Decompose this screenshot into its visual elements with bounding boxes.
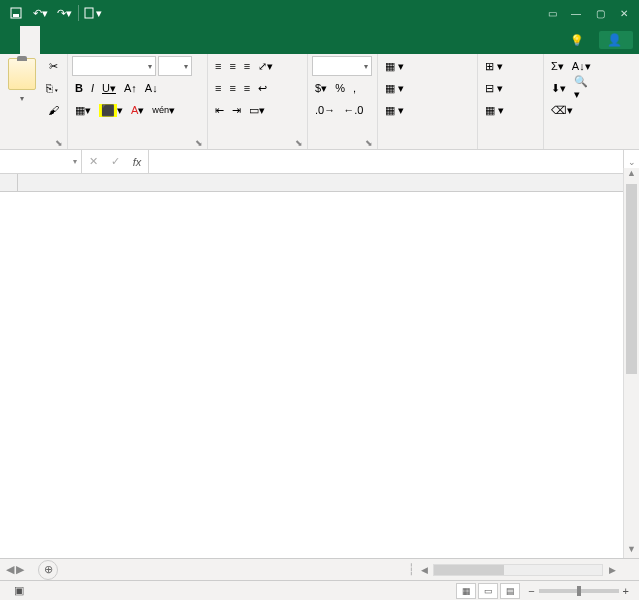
fill-button[interactable]: ⬇▾ — [548, 78, 569, 98]
scroll-right-button[interactable]: ▶ — [605, 565, 619, 575]
decrease-indent-button[interactable]: ⇤ — [212, 100, 227, 120]
increase-indent-button[interactable]: ⇥ — [229, 100, 244, 120]
tab-formulas[interactable] — [80, 26, 100, 54]
tab-view[interactable] — [140, 26, 160, 54]
scroll-left-button[interactable]: ◀ — [417, 565, 431, 575]
tab-review[interactable] — [120, 26, 140, 54]
border-button[interactable]: ▦▾ — [72, 100, 94, 120]
name-box[interactable]: ▾ — [0, 150, 82, 173]
tab-home[interactable] — [20, 26, 40, 54]
formula-bar-area: ▾ ✕ ✓ fx ⌄ — [0, 150, 639, 174]
close-button[interactable]: ✕ — [613, 4, 635, 22]
minimize-button[interactable]: — — [565, 4, 587, 22]
paste-button[interactable]: ▾ — [4, 56, 40, 105]
orientation-button[interactable]: ⤢▾ — [255, 56, 276, 76]
font-size-select[interactable]: ▾ — [158, 56, 192, 76]
macro-record-button[interactable]: ▣ — [14, 584, 24, 597]
number-launcher[interactable]: ⬊ — [365, 138, 373, 148]
cut-button[interactable]: ✂ — [43, 56, 63, 76]
page-layout-button[interactable]: ▭ — [478, 583, 498, 599]
sheet-next-button[interactable]: ▶ — [16, 563, 24, 576]
accounting-button[interactable]: $▾ — [312, 78, 330, 98]
format-painter-button[interactable]: 🖌 — [43, 100, 63, 120]
align-bottom-button[interactable]: ≡ — [241, 56, 253, 76]
page-break-button[interactable]: ▤ — [500, 583, 520, 599]
svg-rect-2 — [85, 8, 93, 18]
increase-font-button[interactable]: A↑ — [121, 78, 140, 98]
vertical-scrollbar[interactable]: ▲ ▼ — [623, 168, 639, 558]
normal-view-button[interactable]: ▦ — [456, 583, 476, 599]
align-right-button[interactable]: ≡ — [241, 78, 253, 98]
scroll-up-button[interactable]: ▲ — [624, 168, 639, 182]
font-launcher[interactable]: ⬊ — [195, 138, 203, 148]
touch-mode-button[interactable]: ▾ — [83, 3, 103, 23]
wrap-text-button[interactable]: ↩ — [255, 78, 270, 98]
select-all-corner[interactable] — [0, 174, 18, 191]
share-button[interactable]: 👤 — [599, 31, 633, 49]
find-button[interactable]: 🔍▾ — [571, 78, 591, 98]
underline-button[interactable]: U▾ — [99, 78, 119, 98]
group-cells: ⊞▾ ⊟▾ ▦▾ — [478, 54, 544, 149]
align-launcher[interactable]: ⬊ — [295, 138, 303, 148]
sort-button[interactable]: A↓▾ — [569, 56, 594, 76]
copy-button[interactable]: ⎘▾ — [43, 78, 63, 98]
group-font: ▾ ▾ B I U▾ A↑ A↓ ▦▾ ⬛▾ A▾ wén▾ ⬊ — [68, 54, 208, 149]
insert-cells-button[interactable]: ⊞▾ — [482, 56, 539, 76]
enter-formula-button[interactable]: ✓ — [104, 155, 126, 168]
align-middle-button[interactable]: ≡ — [226, 56, 238, 76]
tab-page-layout[interactable] — [60, 26, 80, 54]
table-format-button[interactable]: ▦▾ — [382, 78, 473, 98]
phonetic-button[interactable]: wén▾ — [149, 100, 178, 120]
cell-styles-button[interactable]: ▦▾ — [382, 100, 473, 120]
decrease-decimal-button[interactable]: ←.0 — [340, 100, 366, 120]
group-alignment: ≡ ≡ ≡ ⤢▾ ≡ ≡ ≡ ↩ ⇤ ⇥ ▭▾ ⬊ — [208, 54, 308, 149]
delete-cells-button[interactable]: ⊟▾ — [482, 78, 539, 98]
comma-button[interactable]: , — [350, 78, 359, 98]
group-number: ▾ $▾ % , .0→ ←.0 ⬊ — [308, 54, 378, 149]
tell-me[interactable]: 💡 — [570, 34, 587, 47]
percent-button[interactable]: % — [332, 78, 348, 98]
clipboard-launcher[interactable]: ⬊ — [55, 138, 63, 148]
bulb-icon: 💡 — [570, 34, 584, 47]
undo-button[interactable]: ↶▾ — [30, 3, 50, 23]
conditional-format-button[interactable]: ▦▾ — [382, 56, 473, 76]
split-handle[interactable]: ┆ — [408, 563, 415, 576]
merge-button[interactable]: ▭▾ — [246, 100, 268, 120]
formula-bar[interactable] — [149, 150, 623, 173]
increase-decimal-button[interactable]: .0→ — [312, 100, 338, 120]
font-name-select[interactable]: ▾ — [72, 56, 156, 76]
sheet-prev-button[interactable]: ◀ — [6, 563, 14, 576]
tab-insert[interactable] — [40, 26, 60, 54]
scroll-thumb[interactable] — [626, 184, 637, 374]
hscroll-thumb[interactable] — [434, 565, 504, 575]
new-sheet-button[interactable]: ⊕ — [38, 560, 58, 580]
align-top-button[interactable]: ≡ — [212, 56, 224, 76]
zoom-in-button[interactable]: + — [623, 585, 629, 597]
clear-button[interactable]: ⌫▾ — [548, 100, 576, 120]
ribbon-display-button[interactable]: ▭ — [541, 4, 563, 22]
horizontal-scrollbar[interactable]: ┆ ◀ ▶ — [408, 563, 639, 576]
fill-color-button[interactable]: ⬛▾ — [96, 100, 126, 120]
align-center-button[interactable]: ≡ — [226, 78, 238, 98]
save-button[interactable] — [6, 3, 26, 23]
zoom-slider[interactable] — [539, 589, 619, 593]
insert-function-button[interactable]: fx — [126, 156, 148, 168]
autosum-button[interactable]: Σ▾ — [548, 56, 567, 76]
italic-button[interactable]: I — [88, 78, 97, 98]
cancel-formula-button[interactable]: ✕ — [82, 155, 104, 168]
align-left-button[interactable]: ≡ — [212, 78, 224, 98]
group-clipboard: ▾ ✂ ⎘▾ 🖌 ⬊ — [0, 54, 68, 149]
format-cells-button[interactable]: ▦▾ — [482, 100, 539, 120]
tab-data[interactable] — [100, 26, 120, 54]
clipboard-icon — [8, 58, 36, 90]
font-color-button[interactable]: A▾ — [128, 100, 147, 120]
scroll-down-button[interactable]: ▼ — [624, 544, 639, 558]
zoom-out-button[interactable]: − — [528, 585, 534, 597]
tab-developer[interactable] — [160, 26, 180, 54]
bold-button[interactable]: B — [72, 78, 86, 98]
number-format-select[interactable]: ▾ — [312, 56, 372, 76]
tab-file[interactable] — [0, 26, 20, 54]
decrease-font-button[interactable]: A↓ — [142, 78, 161, 98]
redo-button[interactable]: ↷▾ — [54, 3, 74, 23]
maximize-button[interactable]: ▢ — [589, 4, 611, 22]
